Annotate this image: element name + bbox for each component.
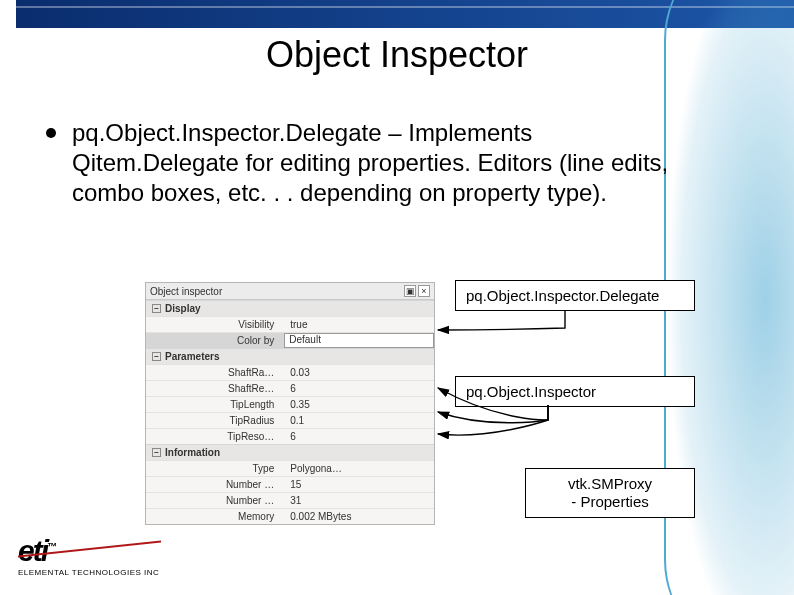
section-header-information[interactable]: − Information xyxy=(146,444,434,460)
prop-row: Number …31 xyxy=(146,492,434,508)
collapse-icon[interactable]: − xyxy=(152,352,161,361)
prop-value[interactable]: 0.03 xyxy=(284,365,434,380)
label-text: - Properties xyxy=(571,493,649,510)
bullet-block: pq.Object.Inspector.Delegate – Implement… xyxy=(42,118,702,208)
prop-key: TipLength xyxy=(146,397,284,412)
prop-row: TypePolygona… xyxy=(146,460,434,476)
label-box-proxy: vtk.SMProxy - Properties xyxy=(525,468,695,518)
prop-value-editor[interactable]: Default xyxy=(284,333,434,348)
prop-key: Number … xyxy=(146,493,284,508)
section-header-parameters[interactable]: − Parameters xyxy=(146,348,434,364)
prop-row: Color by Default xyxy=(146,332,434,348)
section-label: Information xyxy=(165,447,220,458)
prop-row: ShaftRe…6 xyxy=(146,380,434,396)
label-box-delegate: pq.Object.Inspector.Delegate xyxy=(455,280,695,311)
inspector-panel: Object inspector ▣ × − Display Visibilit… xyxy=(145,282,435,525)
logo-mark: eti™ xyxy=(18,534,159,568)
prop-row: TipReso…6 xyxy=(146,428,434,444)
label-text: vtk.SMProxy xyxy=(568,475,652,492)
prop-key: Type xyxy=(146,461,284,476)
prop-row: TipLength0.35 xyxy=(146,396,434,412)
prop-row: Memory0.002 MBytes xyxy=(146,508,434,524)
prop-value[interactable]: 6 xyxy=(284,381,434,396)
section-label: Parameters xyxy=(165,351,219,362)
prop-key: Color by xyxy=(146,333,284,348)
prop-row: Visibility true xyxy=(146,316,434,332)
prop-value[interactable]: 0.35 xyxy=(284,397,434,412)
prop-value: 0.002 MBytes xyxy=(284,509,434,524)
label-box-inspector: pq.Object.Inspector xyxy=(455,376,695,407)
prop-key: ShaftRa… xyxy=(146,365,284,380)
label-text: pq.Object.Inspector.Delegate xyxy=(466,287,659,304)
prop-value: Polygona… xyxy=(284,461,434,476)
prop-key: Number … xyxy=(146,477,284,492)
prop-value[interactable]: 6 xyxy=(284,429,434,444)
prop-value: 15 xyxy=(284,477,434,492)
bullet-item: pq.Object.Inspector.Delegate – Implement… xyxy=(42,118,702,208)
logo-tm: ™ xyxy=(47,541,55,552)
prop-row: ShaftRa…0.03 xyxy=(146,364,434,380)
prop-value[interactable]: 0.1 xyxy=(284,413,434,428)
prop-key: Memory xyxy=(146,509,284,524)
footer-logo: eti™ ELEMENTAL TECHNOLOGIES INC xyxy=(18,534,159,577)
prop-value: 31 xyxy=(284,493,434,508)
prop-key: TipReso… xyxy=(146,429,284,444)
inspector-title-text: Object inspector xyxy=(150,286,222,297)
inspector-title-bar: Object inspector ▣ × xyxy=(146,283,434,300)
prop-key: ShaftRe… xyxy=(146,381,284,396)
prop-row: Number …15 xyxy=(146,476,434,492)
section-label: Display xyxy=(165,303,201,314)
section-header-display[interactable]: − Display xyxy=(146,300,434,316)
logo-mark-text: eti xyxy=(18,534,47,567)
prop-row: TipRadius0.1 xyxy=(146,412,434,428)
prop-value[interactable]: true xyxy=(284,317,434,332)
close-icon[interactable]: × xyxy=(418,285,430,297)
prop-key: TipRadius xyxy=(146,413,284,428)
logo-subtext: ELEMENTAL TECHNOLOGIES INC xyxy=(18,568,159,577)
slide-title: Object Inspector xyxy=(0,34,794,76)
collapse-icon[interactable]: − xyxy=(152,304,161,313)
prop-key: Visibility xyxy=(146,317,284,332)
label-text: pq.Object.Inspector xyxy=(466,383,596,400)
dock-icon[interactable]: ▣ xyxy=(404,285,416,297)
collapse-icon[interactable]: − xyxy=(152,448,161,457)
